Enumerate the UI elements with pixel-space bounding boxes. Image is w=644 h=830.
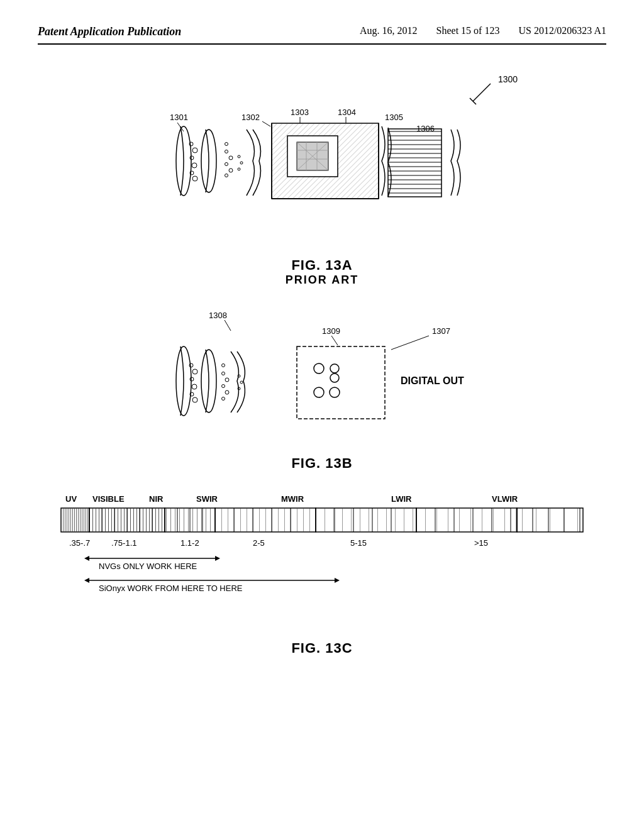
svg-point-81: [330, 374, 339, 382]
svg-rect-119: [216, 509, 315, 531]
svg-text:1301: 1301: [170, 113, 188, 122]
svg-point-65: [192, 369, 197, 374]
svg-rect-125: [316, 509, 416, 531]
svg-point-66: [190, 377, 194, 381]
svg-line-0: [473, 84, 491, 101]
svg-point-72: [222, 385, 225, 388]
page-content: 1300 1301: [38, 64, 606, 669]
svg-point-52: [225, 143, 228, 146]
svg-text:.75-1.1: .75-1.1: [111, 538, 136, 548]
svg-rect-138: [518, 509, 582, 531]
svg-text:1304: 1304: [338, 108, 356, 117]
svg-text:UV: UV: [65, 494, 77, 504]
svg-rect-131: [417, 509, 516, 531]
svg-point-73: [225, 390, 229, 394]
svg-text:MWIR: MWIR: [281, 494, 304, 504]
fig-13c-container: UV VISIBLE NIR SWIR MWIR LWIR VLWIR: [38, 490, 606, 656]
svg-marker-151: [215, 556, 220, 561]
svg-rect-47: [388, 129, 441, 197]
svg-point-56: [238, 168, 240, 170]
svg-text:5-15: 5-15: [350, 538, 367, 548]
svg-point-74: [222, 364, 225, 367]
svg-point-70: [222, 372, 225, 375]
svg-point-71: [225, 378, 229, 382]
svg-point-82: [314, 387, 324, 397]
svg-text:1309: 1309: [322, 326, 340, 336]
svg-text:1308: 1308: [209, 311, 227, 320]
svg-text:1307: 1307: [432, 326, 450, 336]
svg-text:>15: >15: [474, 538, 488, 548]
svg-point-48: [225, 150, 228, 153]
svg-point-49: [229, 156, 233, 160]
svg-marker-154: [84, 578, 89, 583]
page: Patent Application Publication Aug. 16, …: [0, 0, 644, 830]
svg-text:1.1-2: 1.1-2: [180, 538, 199, 548]
fig-13a-diagram: 1300 1301: [102, 64, 542, 252]
svg-text:NVGs ONLY WORK HERE: NVGs ONLY WORK HERE: [99, 562, 197, 571]
svg-point-6: [190, 156, 194, 160]
fig-13c-label: FIG. 13C: [291, 640, 352, 656]
svg-point-77: [240, 381, 243, 384]
svg-marker-150: [84, 556, 89, 561]
svg-point-9: [192, 176, 197, 181]
svg-point-84: [330, 364, 339, 373]
fig-13a-sublabel: PRIOR ART: [286, 274, 358, 287]
svg-text:1302: 1302: [242, 113, 260, 122]
svg-text:DIGITAL OUT: DIGITAL OUT: [401, 375, 464, 386]
page-header: Patent Application Publication Aug. 16, …: [38, 25, 606, 45]
svg-text:1305: 1305: [385, 113, 403, 122]
svg-point-50: [225, 163, 228, 166]
header-patent: US 2012/0206323 A1: [518, 25, 606, 36]
fig-13c-diagram: UV VISIBLE NIR SWIR MWIR LWIR VLWIR: [52, 490, 592, 635]
svg-text:2-5: 2-5: [253, 538, 265, 548]
svg-line-25: [262, 121, 270, 126]
svg-line-86: [331, 336, 338, 345]
svg-line-61: [225, 320, 231, 331]
svg-point-7: [192, 163, 197, 168]
svg-text:NIR: NIR: [149, 494, 164, 504]
svg-line-88: [391, 336, 429, 350]
fig-13b-diagram: 1308: [102, 299, 542, 450]
fig-13a-label: FIG. 13A: [291, 257, 352, 274]
svg-text:SiOnyx WORK FROM HERE TO HERE: SiOnyx WORK FROM HERE TO HERE: [99, 584, 243, 593]
svg-point-51: [229, 169, 233, 172]
svg-point-5: [192, 148, 197, 153]
svg-point-64: [189, 363, 193, 367]
svg-marker-155: [335, 578, 340, 583]
svg-point-67: [192, 384, 197, 389]
ref-1300: 1300: [498, 74, 518, 84]
header-date: Aug. 16, 2012: [360, 25, 418, 36]
svg-text:1303: 1303: [291, 108, 309, 117]
svg-point-69: [192, 397, 197, 402]
header-sheet: Sheet 15 of 123: [436, 25, 500, 36]
svg-text:VLWIR: VLWIR: [492, 494, 518, 504]
fig-13a-container: 1300 1301: [38, 64, 606, 287]
fig-13b-container: 1308: [38, 299, 606, 472]
svg-point-75: [222, 397, 225, 401]
svg-rect-105: [62, 509, 89, 531]
svg-point-80: [314, 363, 324, 374]
svg-text:VISIBLE: VISIBLE: [92, 494, 125, 504]
header-meta: Aug. 16, 2012 Sheet 15 of 123 US 2012/02…: [360, 25, 606, 36]
svg-text:LWIR: LWIR: [391, 494, 412, 504]
svg-point-55: [240, 162, 243, 164]
publication-title: Patent Application Publication: [38, 25, 181, 38]
svg-text:.35-.7: .35-.7: [69, 538, 90, 548]
svg-text:SWIR: SWIR: [196, 494, 218, 504]
svg-rect-79: [297, 346, 385, 419]
svg-point-53: [225, 174, 228, 177]
fig-13b-label: FIG. 13B: [291, 455, 352, 472]
svg-point-54: [238, 155, 240, 158]
svg-point-83: [330, 387, 340, 397]
